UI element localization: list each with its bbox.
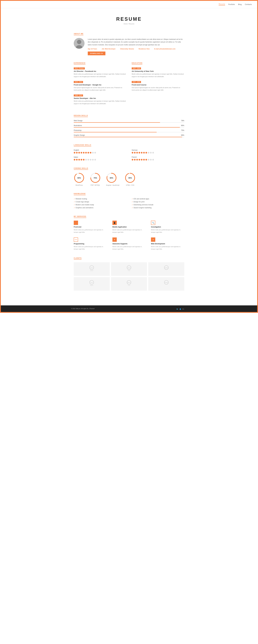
client-item-2: Pacificana	[148, 262, 184, 276]
svg-text:Atelier de: Atelier de	[127, 282, 131, 283]
coding-circle-3: 95% HTML / CSS	[125, 172, 136, 186]
coding-circle-0: 90% WordPress	[74, 172, 84, 186]
nav-contacts[interactable]: Contacts	[245, 4, 252, 6]
service-desc-5: Morbi nulla arcu,pellentesque sed egesta…	[151, 246, 184, 250]
page-title: RESUME	[4, 16, 254, 22]
social-google[interactable]: G+	[182, 308, 184, 310]
about-title: ABOUT ME	[74, 33, 83, 35]
service-desc-2: Morbi nulla arcu,pellentesque sed egesta…	[151, 229, 184, 234]
client-logo-2: Pacificana	[161, 265, 172, 273]
service-icon-1: 📱	[112, 221, 117, 225]
svg-text:Pacificana: Pacificana	[165, 282, 168, 283]
clients-grid: Sacred Sugarside Atelier de l'Armee Paci…	[74, 262, 184, 290]
design-skills-title: DESIGN SKILLS	[74, 114, 88, 117]
service-item-4: ✕ Awesome Supports Morbi nulla arcu,pell…	[112, 238, 146, 250]
svg-text:Sugarside: Sugarside	[90, 285, 93, 286]
skill-bar-item-3: Graphic Design 98%	[74, 134, 184, 137]
client-logo-1: Atelier de l'Armee	[123, 265, 135, 273]
nav-portfolio[interactable]: Portfolio	[228, 4, 235, 6]
about-meta: Age22 Years JobWeb Developer Citizenship…	[88, 48, 184, 50]
knowledge-item-6: Graphics and animations	[74, 207, 126, 209]
page-header: RESUME Home / Resume	[1, 8, 257, 30]
knowledge-section: KNOWLEDGE Website hostingiOS and android…	[74, 193, 184, 209]
services-grid: Front-end Morbi nulla arcu,pellentesque …	[74, 221, 184, 250]
nav-resume[interactable]: Resume	[219, 3, 225, 6]
exp-date-3: 2008 - 2010	[74, 94, 83, 96]
edu-date-2: 2007 - 2008	[132, 81, 141, 83]
clients-section: CLIENTS Sacred Sugarside Atelier de l'Ar…	[74, 257, 184, 290]
download-cv-button[interactable]: Download CV	[88, 52, 105, 55]
language-skills-section: LANGUAGE SKILLS English German Italian F…	[74, 144, 184, 160]
coding-skills-title: CODING SKILLS	[74, 167, 88, 170]
exp-date-2: 2010 - 2012	[74, 81, 83, 83]
knowledge-item-1: iOS and android apps	[132, 198, 184, 200]
svg-text:Pacificana: Pacificana	[165, 268, 168, 268]
service-desc-1: Morbi nulla arcu,pellentesque sed egesta…	[112, 229, 146, 234]
education-section: EDUCATION 2007 - 2008 Art University of …	[132, 62, 184, 108]
knowledge-item-5: Advertising services include	[132, 204, 184, 206]
client-logo-4: Atelier de l'Armee	[123, 280, 135, 288]
exp-title-1: Art Director - Facebook Inc	[74, 70, 126, 72]
lang-item-1: German	[132, 149, 184, 154]
svg-text:Sacred: Sacred	[91, 282, 93, 283]
social-facebook[interactable]: 📘	[179, 308, 181, 310]
service-desc-4: Morbi nulla arcu,pellentesque sed egesta…	[112, 246, 146, 250]
breadcrumb: Home / Resume	[4, 23, 254, 24]
edu-desc-1: Morbi nulla arcu,pellentesque sed egesta…	[132, 73, 184, 78]
client-item-0: Sacred Sugarside	[74, 262, 110, 276]
about-residence: ResidenceKiev	[139, 48, 150, 50]
edu-desc-2: Duis ipsum ligula,feugiat nec auctor vit…	[132, 86, 184, 91]
exp-date-1: 2012 - Present	[74, 68, 85, 70]
coding-circles: 90% WordPress 75% PHP / MYSQL 80% Angula…	[74, 172, 184, 186]
exp-item-2: 2010 - 2012 Front-end Developer - Google…	[74, 81, 126, 91]
svg-text:Sacred: Sacred	[91, 268, 93, 268]
edu-date-1: 2007 - 2008	[132, 68, 141, 70]
service-title-4: Awesome Supports	[112, 243, 146, 245]
about-text-block: Lorem ipsum dolor sit amet,in quodsi vul…	[88, 38, 184, 55]
footer: © 2016 SilkLine. All rights Ro. |Theme4 …	[1, 306, 257, 312]
services-title: MY SERVICES	[74, 216, 86, 218]
exp-item-1: 2012 - Present Art Director - Facebook I…	[74, 67, 126, 78]
service-item-0: Front-end Morbi nulla arcu,pellentesque …	[74, 221, 107, 234]
edu-item-2: 2007 - 2008 Front-end Course Duis ipsum …	[132, 81, 184, 91]
coding-circle-1: 75% PHP / MYSQL	[90, 172, 101, 186]
exp-title-3: Senior Developer - Abc Inc	[74, 97, 126, 99]
exp-edu-section: EXPERIENCE 2012 - Present Art Director -…	[74, 62, 184, 108]
about-job: JobWeb Developer	[102, 48, 116, 50]
service-title-0: Front-end	[74, 226, 107, 228]
service-title-1: Mobile Application	[112, 226, 146, 228]
nav-blog[interactable]: Blog	[238, 4, 242, 6]
client-item-4: Atelier de l'Armee	[111, 277, 147, 290]
service-title-3: Programming	[74, 243, 107, 245]
knowledge-item-0: Website hosting	[74, 198, 126, 200]
service-title-2: Investigation	[151, 226, 184, 228]
social-twitter[interactable]: 🐦	[176, 308, 178, 310]
svg-text:Atelier de: Atelier de	[127, 268, 131, 268]
education-title: EDUCATION	[132, 62, 142, 64]
about-age: Age22 Years	[88, 48, 98, 50]
client-logo-0: Sacred Sugarside	[86, 265, 97, 273]
knowledge-grid: Website hostingiOS and android appsCreat…	[74, 198, 184, 209]
main-content: ABOUT ME Lorem ipsum dolor sit amet,in q…	[71, 30, 187, 306]
service-icon-2: 🔍	[151, 221, 155, 225]
client-item-3: Sacred Sugarside	[74, 277, 110, 290]
lang-item-3: French	[132, 156, 184, 160]
client-item-5: Pacificana	[148, 277, 184, 290]
footer-social: 🐦 📘 G+	[176, 308, 187, 310]
knowledge-item-7: Search engine marketing	[132, 207, 184, 209]
service-icon-4: ✕	[112, 238, 117, 242]
service-desc-3: Morbi nulla arcu,pellentesque sed egesta…	[74, 246, 107, 250]
service-item-3: <> Programming Morbi nulla arcu,pellente…	[74, 238, 107, 250]
exp-desc-1: Morbi nulla arcu,pellentesque sed egesta…	[74, 73, 126, 78]
skill-bar-item-2: Photoshop 75%	[74, 130, 184, 132]
language-grid: English German Italian French	[74, 149, 184, 160]
svg-text:Sugarside: Sugarside	[90, 270, 93, 271]
service-item-5: ≡ Web Development Morbi nulla arcu,pelle…	[151, 238, 184, 250]
skill-bar-item-1: Illustrations 96%	[74, 124, 184, 128]
knowledge-title: KNOWLEDGE	[74, 193, 86, 195]
service-item-2: 🔍 Investigation Morbi nulla arcu,pellent…	[151, 221, 184, 234]
exp-desc-3: Morbi nulla arcu,pellentesque sed egesta…	[74, 100, 126, 105]
exp-title-2: Front-end Developer - Google Inc	[74, 84, 126, 86]
skill-bar-item-0: Web Design 78%	[74, 120, 184, 123]
knowledge-item-3: Design for print	[132, 201, 184, 203]
